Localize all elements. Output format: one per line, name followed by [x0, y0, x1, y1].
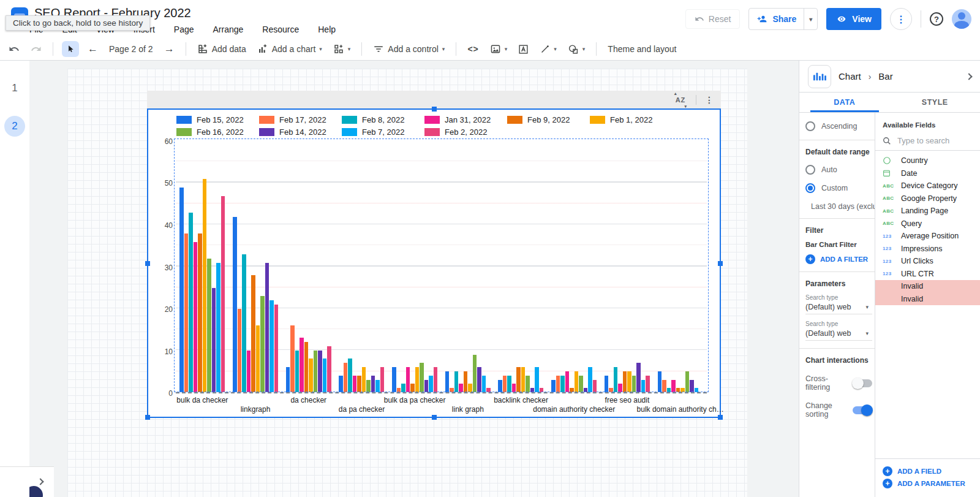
- date-range-option-custom[interactable]: Custom: [805, 183, 875, 193]
- bar[interactable]: [290, 325, 295, 392]
- bar[interactable]: [260, 296, 265, 392]
- reset-button[interactable]: Reset: [685, 9, 741, 29]
- bar[interactable]: [450, 388, 454, 392]
- bar[interactable]: [179, 188, 184, 392]
- bar[interactable]: [420, 363, 424, 392]
- bar[interactable]: [584, 388, 588, 392]
- report-canvas[interactable]: ▴ AZ ▾ ⋮ Feb 15, 2022Feb 17, 2022Feb 8, …: [29, 61, 799, 497]
- bar[interactable]: [327, 346, 331, 392]
- breadcrumb-chart[interactable]: Chart: [839, 71, 861, 82]
- bar[interactable]: [482, 376, 486, 392]
- bar[interactable]: [339, 376, 343, 392]
- redo-button[interactable]: [28, 42, 44, 56]
- bar[interactable]: [323, 359, 327, 392]
- legend-item[interactable]: Jan 31, 2022: [424, 113, 507, 126]
- legend-item[interactable]: Feb 8, 2022: [342, 113, 424, 126]
- bar[interactable]: [530, 388, 535, 392]
- field-item-invalid[interactable]: Invalid: [875, 280, 980, 293]
- bar[interactable]: [424, 380, 429, 392]
- field-item-country[interactable]: Country: [875, 154, 980, 167]
- bar[interactable]: [429, 376, 433, 392]
- view-button[interactable]: View: [826, 8, 881, 30]
- bar[interactable]: [445, 371, 450, 392]
- bar[interactable]: [662, 380, 666, 392]
- legend-item[interactable]: Feb 15, 2022: [176, 113, 259, 126]
- bar[interactable]: [507, 376, 511, 392]
- add-a-parameter-button[interactable]: + ADD A PARAMETER: [883, 479, 980, 488]
- field-item-url-ctr[interactable]: 123URL CTR: [875, 268, 980, 281]
- parameter-select[interactable]: (Default) web▾: [805, 301, 872, 314]
- bar[interactable]: [286, 367, 290, 392]
- bar[interactable]: [295, 351, 300, 392]
- bar[interactable]: [641, 380, 646, 392]
- bar[interactable]: [274, 305, 279, 392]
- bar[interactable]: [300, 338, 304, 392]
- bar[interactable]: [357, 376, 361, 392]
- bar[interactable]: [251, 275, 255, 392]
- add-line-button[interactable]: ▾: [537, 42, 559, 56]
- bar[interactable]: [309, 359, 313, 392]
- legend-item[interactable]: Feb 14, 2022: [259, 126, 342, 138]
- bar-chart-type-icon[interactable]: [808, 65, 831, 88]
- bar[interactable]: [667, 388, 671, 392]
- bar[interactable]: [512, 384, 516, 392]
- bar[interactable]: [233, 217, 237, 392]
- bar[interactable]: [632, 376, 636, 392]
- legend-item[interactable]: Feb 1, 2022: [590, 113, 673, 126]
- bar[interactable]: [464, 371, 468, 392]
- bar[interactable]: [216, 263, 221, 392]
- bar[interactable]: [627, 371, 631, 392]
- bar[interactable]: [609, 388, 613, 392]
- field-search-input[interactable]: [897, 136, 965, 145]
- add-control-button[interactable]: Add a control ▾: [371, 42, 447, 56]
- bar[interactable]: [680, 388, 685, 392]
- bar[interactable]: [434, 367, 438, 392]
- bar-chart-widget[interactable]: ▴ AZ ▾ ⋮ Feb 15, 2022Feb 17, 2022Feb 8, …: [147, 91, 721, 418]
- bar[interactable]: [247, 351, 251, 392]
- user-avatar[interactable]: [952, 9, 971, 29]
- bar[interactable]: [344, 363, 348, 392]
- previous-page-button[interactable]: ←: [85, 41, 100, 57]
- bar[interactable]: [401, 384, 405, 392]
- bar[interactable]: [658, 371, 662, 392]
- embed-url-button[interactable]: <>: [465, 42, 481, 56]
- bar[interactable]: [521, 367, 526, 392]
- page-thumb-1[interactable]: 1: [0, 78, 29, 99]
- resize-handle-bottom[interactable]: [432, 415, 437, 420]
- field-item-impressions[interactable]: 123Impressions: [875, 243, 980, 256]
- chart-more-options-icon[interactable]: ⋮: [705, 95, 714, 105]
- legend-item[interactable]: Feb 7, 2022: [342, 126, 424, 138]
- bar[interactable]: [314, 351, 318, 392]
- bar[interactable]: [588, 367, 592, 392]
- toggle-change-sorting[interactable]: [853, 406, 872, 414]
- bar[interactable]: [371, 376, 375, 392]
- bar[interactable]: [551, 380, 556, 392]
- add-filter-button[interactable]: + ADD A FILTER: [805, 254, 875, 264]
- bar[interactable]: [540, 388, 544, 392]
- sort-az-icon[interactable]: ▴ AZ ▾: [674, 94, 687, 106]
- share-button[interactable]: Share ▾: [748, 8, 818, 30]
- bar[interactable]: [256, 325, 260, 392]
- bar[interactable]: [304, 342, 309, 392]
- chevron-down-icon[interactable]: [965, 73, 972, 80]
- add-image-button[interactable]: ▾: [488, 42, 510, 56]
- bar[interactable]: [353, 376, 357, 392]
- undo-button[interactable]: [6, 42, 22, 56]
- more-options-icon[interactable]: ⋮: [890, 8, 912, 30]
- legend-item[interactable]: Feb 9, 2022: [507, 113, 590, 126]
- date-range-option-auto[interactable]: Auto: [805, 165, 875, 175]
- bar[interactable]: [526, 376, 530, 392]
- bar[interactable]: [189, 213, 193, 392]
- bar[interactable]: [560, 376, 565, 392]
- field-item-device-category[interactable]: ABCDevice Category: [875, 180, 980, 192]
- bar[interactable]: [535, 367, 539, 392]
- add-text-button[interactable]: [516, 42, 531, 56]
- bar[interactable]: [646, 376, 650, 392]
- bar[interactable]: [406, 367, 410, 392]
- field-search[interactable]: [875, 134, 980, 151]
- bar[interactable]: [459, 384, 463, 392]
- field-item-landing-page[interactable]: ABCLanding Page: [875, 205, 980, 218]
- bar[interactable]: [194, 242, 198, 392]
- menu-resource[interactable]: Resource: [261, 23, 300, 36]
- bar[interactable]: [265, 263, 270, 392]
